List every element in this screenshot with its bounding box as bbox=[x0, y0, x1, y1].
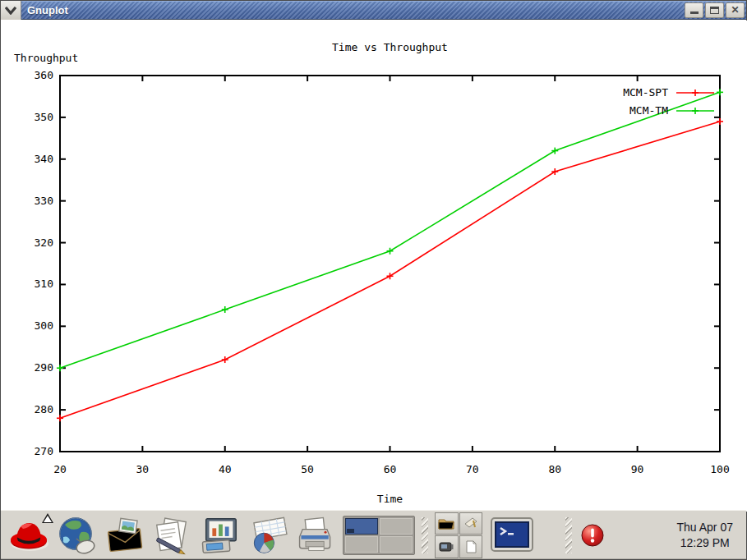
alert-notification-button[interactable] bbox=[579, 515, 606, 556]
legend-label-MCM-SPT: MCM-SPT bbox=[623, 86, 668, 99]
printer-icon bbox=[295, 516, 336, 555]
launcher-word-processor[interactable] bbox=[152, 515, 193, 556]
y-tick-label: 330 bbox=[35, 195, 53, 207]
x-tick-label: 30 bbox=[136, 463, 150, 475]
main-menu-button[interactable] bbox=[9, 515, 50, 556]
launcher-web-browser[interactable] bbox=[57, 515, 98, 556]
y-tick-label: 270 bbox=[35, 445, 53, 457]
drawer-device-button[interactable] bbox=[435, 535, 459, 558]
word-processor-icon bbox=[152, 516, 193, 555]
terminal-icon bbox=[490, 516, 534, 554]
gnuplot-chart: 2030405060708090100270280290300310320330… bbox=[1, 21, 747, 512]
x-tick-label: 40 bbox=[219, 463, 232, 475]
launcher-presentation[interactable] bbox=[200, 515, 241, 556]
workspace-1-active[interactable] bbox=[345, 518, 378, 535]
series-line-MCM-SPT bbox=[60, 122, 720, 418]
plot-border bbox=[60, 76, 720, 452]
clock-time: 12:29 PM bbox=[677, 535, 734, 551]
close-button[interactable]: ✕ bbox=[726, 2, 745, 18]
window-controls: ✕ bbox=[685, 1, 746, 19]
close-icon: ✕ bbox=[731, 4, 739, 16]
workspace-3[interactable] bbox=[345, 536, 378, 553]
x-tick-label: 20 bbox=[53, 463, 67, 475]
notification-area-handle[interactable] bbox=[565, 517, 572, 553]
minimize-icon bbox=[690, 11, 699, 14]
y-tick-label: 360 bbox=[35, 69, 53, 81]
workspace-switcher[interactable] bbox=[343, 516, 415, 555]
workspace-2[interactable] bbox=[380, 518, 413, 535]
x-tick-label: 50 bbox=[301, 463, 314, 475]
titlebar[interactable]: Gnuplot ✕ bbox=[1, 1, 746, 20]
workspace-4[interactable] bbox=[380, 536, 413, 553]
launcher-spreadsheet[interactable] bbox=[247, 515, 288, 556]
drawer-document-button[interactable] bbox=[459, 535, 483, 558]
x-tick-label: 100 bbox=[710, 463, 729, 475]
window-menu-button[interactable] bbox=[1, 1, 21, 20]
document-icon bbox=[463, 540, 479, 553]
clock[interactable]: Thu Apr 07 12:29 PM bbox=[677, 520, 739, 551]
y-tick-label: 280 bbox=[35, 403, 53, 415]
maximize-icon bbox=[710, 7, 719, 14]
spreadsheet-piechart-icon bbox=[247, 516, 288, 555]
window-title: Gnuplot bbox=[21, 1, 685, 19]
y-axis-label: Throughput bbox=[14, 52, 78, 64]
x-tick-label: 60 bbox=[384, 463, 397, 475]
taskbar: Thu Apr 07 12:29 PM bbox=[1, 510, 746, 559]
legend-label-MCM-TM: MCM-TM bbox=[629, 104, 668, 117]
utility-icon bbox=[463, 516, 479, 530]
drawer-folder-button[interactable] bbox=[435, 512, 459, 535]
y-tick-label: 350 bbox=[35, 111, 53, 123]
x-tick-label: 80 bbox=[548, 463, 561, 475]
series-line-MCM-TM bbox=[60, 92, 720, 368]
minimize-button[interactable] bbox=[685, 2, 703, 18]
panel-arrow-icon bbox=[42, 513, 53, 523]
web-browser-globe-icon bbox=[57, 516, 98, 555]
x-axis-label: Time bbox=[377, 493, 403, 505]
chart-canvas: 2030405060708090100270280290300310320330… bbox=[1, 21, 747, 512]
alert-notification-icon bbox=[580, 523, 605, 548]
chevron-down-icon bbox=[5, 7, 16, 15]
panel-drag-handle[interactable] bbox=[422, 517, 428, 553]
maximize-button[interactable] bbox=[705, 2, 724, 18]
folder-icon bbox=[438, 516, 454, 530]
y-tick-label: 300 bbox=[35, 319, 53, 332]
device-icon bbox=[438, 540, 454, 553]
desktop: Gnuplot ✕ 203040506070809010027028029030… bbox=[0, 0, 747, 560]
y-tick-label: 340 bbox=[35, 153, 53, 165]
y-tick-label: 310 bbox=[35, 278, 53, 290]
y-tick-label: 320 bbox=[35, 236, 53, 249]
x-tick-label: 90 bbox=[631, 463, 644, 475]
email-envelope-icon bbox=[104, 516, 145, 554]
launcher-printer[interactable] bbox=[295, 515, 336, 556]
chart-title: Time vs Throughput bbox=[332, 41, 448, 53]
clock-date: Thu Apr 07 bbox=[677, 520, 734, 535]
presentation-icon bbox=[200, 516, 241, 554]
launcher-email[interactable] bbox=[104, 515, 145, 556]
drawer-utility-button[interactable] bbox=[459, 512, 483, 535]
y-tick-label: 290 bbox=[35, 361, 53, 374]
launcher-drawer bbox=[435, 512, 482, 558]
launcher-terminal[interactable] bbox=[489, 515, 535, 556]
x-tick-label: 70 bbox=[466, 463, 479, 475]
